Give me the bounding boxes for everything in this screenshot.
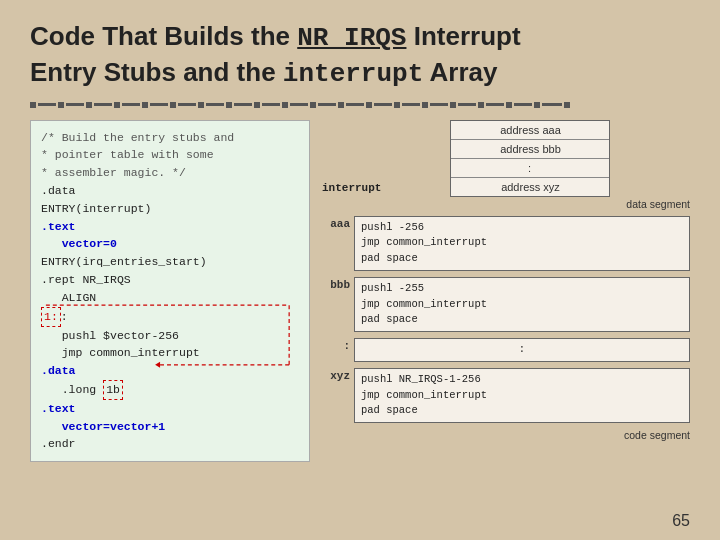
detail-label-aaa: aaa: [322, 216, 350, 230]
code-label-1: 1:: [41, 307, 61, 327]
code-entry-interrupt: ENTRY(interrupt): [41, 202, 151, 215]
detail-xyz-line2: jmp common_interrupt: [361, 388, 683, 404]
code-comment-2: * pointer table with some: [41, 148, 214, 161]
code-align: ALIGN: [41, 291, 96, 304]
code-comment-3: * assembler magic. */: [41, 166, 186, 179]
code-rept: .rept NR_IRQS: [41, 273, 131, 286]
detail-xyz-line3: pad space: [361, 403, 683, 419]
code-text-1: .text: [41, 220, 76, 233]
diagram: interrupt address aaa address bbb : addr…: [322, 120, 690, 463]
code-vector-inc: vector=vector+1: [41, 420, 165, 433]
title-and: and: [183, 57, 229, 87]
table-row-dots: :: [451, 159, 609, 178]
detail-row-xyz: xyz pushl NR_IRQS-1-256 jmp common_inter…: [322, 368, 690, 423]
code-endr: .endr: [41, 437, 76, 450]
svg-marker-3: [155, 361, 160, 367]
detail-label-bbb: bbb: [322, 277, 350, 291]
code-text-2: .text: [41, 402, 76, 415]
code-entry-irq: ENTRY(irq_entries_start): [41, 255, 207, 268]
title-text-2: Interrupt: [406, 21, 520, 51]
title-interrupt-mono: interrupt: [283, 59, 423, 89]
title-text-1: Code That Builds the: [30, 21, 297, 51]
detail-box-aaa: pushl -256 jmp common_interrupt pad spac…: [354, 216, 690, 271]
title-line2-2: the: [229, 57, 282, 87]
divider: [30, 102, 690, 108]
detail-row-bbb: bbb pushl -255 jmp common_interrupt pad …: [322, 277, 690, 332]
detail-label-xyz: xyz: [322, 368, 350, 382]
detail-box-bbb: pushl -255 jmp common_interrupt pad spac…: [354, 277, 690, 332]
slide: Code That Builds the NR_IRQS Interrupt E…: [0, 0, 720, 540]
detail-row-dots: : :: [322, 338, 690, 362]
slide-title: Code That Builds the NR_IRQS Interrupt E…: [30, 20, 690, 92]
page-number: 65: [672, 512, 690, 530]
code-vector0: vector=0: [41, 237, 117, 250]
detail-box-xyz: pushl NR_IRQS-1-256 jmp common_interrupt…: [354, 368, 690, 423]
main-content: /* Build the entry stubs and * pointer t…: [30, 120, 690, 463]
detail-aaa-line3: pad space: [361, 251, 683, 267]
detail-bbb-line3: pad space: [361, 312, 683, 328]
interrupt-label: interrupt: [322, 182, 381, 194]
code-long: .long 1b: [41, 383, 123, 396]
detail-dots-line1: :: [361, 342, 683, 358]
detail-box-dots: :: [354, 338, 690, 362]
table-row-xyz: address xyz: [451, 178, 609, 196]
interrupt-table: address aaa address bbb : address xyz: [450, 120, 610, 197]
code-pushl: pushl $vector-256: [41, 329, 179, 342]
detail-bbb-line2: jmp common_interrupt: [361, 297, 683, 313]
code-data-1: .data: [41, 184, 76, 197]
detail-label-dots: :: [322, 338, 350, 352]
code-colon: :: [61, 310, 68, 323]
code-segment-label: code segment: [322, 429, 690, 441]
table-row-bbb: address bbb: [451, 140, 609, 159]
title-line2-3: Array: [423, 57, 497, 87]
interrupt-table-section: interrupt address aaa address bbb : addr…: [322, 120, 690, 210]
detail-aaa-line2: jmp common_interrupt: [361, 235, 683, 251]
detail-aaa-line1: pushl -256: [361, 220, 683, 236]
detail-row-aaa: aaa pushl -256 jmp common_interrupt pad …: [322, 216, 690, 271]
title-nr-irqs: NR_IRQS: [297, 23, 406, 53]
detail-bbb-line1: pushl -255: [361, 281, 683, 297]
title-line2-1: Entry Stubs: [30, 57, 183, 87]
code-data-2: .data: [41, 364, 76, 377]
code-ref-1b: 1b: [103, 380, 123, 400]
code-block: /* Build the entry stubs and * pointer t…: [30, 120, 310, 463]
data-segment-label: data segment: [382, 198, 690, 210]
table-row-aaa: address aaa: [451, 121, 609, 140]
code-comment-1: /* Build the entry stubs and: [41, 131, 234, 144]
detail-xyz-line1: pushl NR_IRQS-1-256: [361, 372, 683, 388]
code-jmp: jmp common_interrupt: [41, 346, 200, 359]
